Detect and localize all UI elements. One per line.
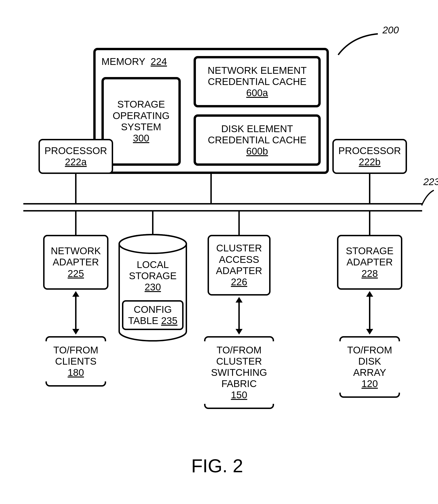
figure-label: FIG. 2 bbox=[191, 455, 243, 477]
stub-storage bbox=[369, 211, 370, 235]
memory-title: MEMORY 224 bbox=[101, 56, 167, 67]
ext-fabric-ref: 150 bbox=[204, 389, 274, 401]
stad-l2: ADAPTER bbox=[347, 257, 393, 268]
svg-marker-6 bbox=[236, 297, 242, 303]
bus-ref-leader bbox=[420, 187, 438, 209]
bus-ref: 223 bbox=[423, 176, 438, 187]
clad-l3: ADAPTER bbox=[216, 265, 262, 276]
cfg-ref: 235 bbox=[161, 315, 177, 326]
ncache-ref: 600a bbox=[246, 87, 268, 99]
svg-marker-10 bbox=[366, 329, 373, 334]
ext-disk-l3: ARRAY bbox=[339, 367, 400, 378]
proc-b-ref: 222b bbox=[359, 156, 380, 168]
proc-a-ref: 222a bbox=[65, 156, 87, 168]
svg-marker-4 bbox=[72, 329, 79, 334]
stub-memory bbox=[210, 174, 212, 203]
clad-l2: ACCESS bbox=[219, 254, 259, 265]
processor-a-box: PROCESSOR 222a bbox=[38, 139, 113, 174]
local-storage-cylinder: LOCAL STORAGE 230 CONFIG TABLE 235 bbox=[118, 233, 188, 343]
ext-clients-ref: 180 bbox=[45, 367, 106, 378]
storage-adapter-box: STORAGE ADAPTER 228 bbox=[337, 235, 402, 290]
stub-proc-b bbox=[369, 174, 370, 203]
clad-ref: 226 bbox=[231, 276, 247, 288]
ext-disk-group: TO/FROM DISK ARRAY 120 bbox=[339, 336, 400, 398]
ext-clients-group: TO/FROM CLIENTS 180 bbox=[45, 336, 106, 387]
svg-marker-9 bbox=[366, 291, 373, 297]
ext-clients-l1: TO/FROM bbox=[45, 344, 106, 356]
ext-fabric-l3: SWITCHING bbox=[204, 367, 274, 378]
stad-l1: STORAGE bbox=[346, 245, 394, 257]
stub-local bbox=[152, 211, 153, 235]
bus-line-bot bbox=[23, 210, 422, 211]
svg-marker-7 bbox=[236, 329, 242, 334]
memory-ref: 224 bbox=[151, 56, 167, 67]
netad-l2: ADAPTER bbox=[53, 257, 99, 268]
clad-l1: CLUSTER bbox=[216, 242, 262, 254]
proc-a-label: PROCESSOR bbox=[44, 145, 107, 156]
netad-l1: NETWORK bbox=[51, 245, 101, 257]
ext-fabric-l4: FABRIC bbox=[204, 378, 274, 389]
ext-fabric-l2: CLUSTER bbox=[204, 356, 274, 367]
network-cache-box: NETWORK ELEMENT CREDENTIAL CACHE 600a bbox=[194, 56, 321, 107]
dcache-l1: DISK ELEMENT bbox=[221, 123, 293, 135]
stad-ref: 228 bbox=[361, 268, 378, 279]
netad-ref: 225 bbox=[68, 268, 84, 279]
cfg-l2: TABLE bbox=[128, 315, 158, 326]
ext-disk-l2: DISK bbox=[339, 356, 400, 367]
proc-b-label: PROCESSOR bbox=[339, 145, 401, 156]
stub-cluster bbox=[238, 211, 240, 235]
config-table-box: CONFIG TABLE 235 bbox=[122, 300, 184, 330]
cluster-adapter-box: CLUSTER ACCESS ADAPTER 226 bbox=[208, 235, 271, 296]
dcache-ref: 600b bbox=[246, 146, 268, 157]
svg-point-1 bbox=[119, 235, 186, 253]
stub-net bbox=[75, 211, 77, 235]
ncache-l1: NETWORK ELEMENT bbox=[208, 65, 307, 76]
arrow-network bbox=[70, 291, 82, 335]
ext-fabric-group: TO/FROM CLUSTER SWITCHING FABRIC 150 bbox=[204, 336, 274, 409]
ncache-l2: CREDENTIAL CACHE bbox=[208, 76, 307, 87]
sos-l3: SYSTEM bbox=[121, 121, 161, 133]
bus-line-top bbox=[23, 203, 422, 205]
ext-clients-l2: CLIENTS bbox=[45, 356, 106, 367]
ls-ref: 230 bbox=[145, 282, 161, 293]
svg-marker-3 bbox=[72, 291, 79, 297]
ext-fabric-l1: TO/FROM bbox=[204, 344, 274, 356]
stub-proc-a bbox=[75, 174, 77, 203]
storage-os-box: STORAGE OPERATING SYSTEM 300 bbox=[101, 77, 181, 166]
ref-200-leader bbox=[336, 29, 390, 58]
sos-l1: STORAGE bbox=[117, 99, 165, 110]
arrow-storage bbox=[364, 291, 375, 335]
ls-l1: LOCAL bbox=[137, 259, 169, 270]
ls-l2: STORAGE bbox=[129, 270, 177, 282]
arrow-cluster bbox=[233, 297, 245, 335]
cfg-l1: CONFIG bbox=[134, 304, 172, 315]
ref-200: 200 bbox=[383, 24, 399, 36]
memory-title-text: MEMORY bbox=[101, 56, 145, 67]
disk-cache-box: DISK ELEMENT CREDENTIAL CACHE 600b bbox=[194, 115, 321, 166]
ext-disk-ref: 120 bbox=[339, 378, 400, 389]
dcache-l2: CREDENTIAL CACHE bbox=[208, 135, 307, 146]
sos-l2: OPERATING bbox=[113, 110, 170, 121]
sos-ref: 300 bbox=[133, 133, 149, 144]
ext-disk-l1: TO/FROM bbox=[339, 344, 400, 356]
network-adapter-box: NETWORK ADAPTER 225 bbox=[43, 235, 109, 290]
processor-b-box: PROCESSOR 222b bbox=[332, 139, 407, 174]
